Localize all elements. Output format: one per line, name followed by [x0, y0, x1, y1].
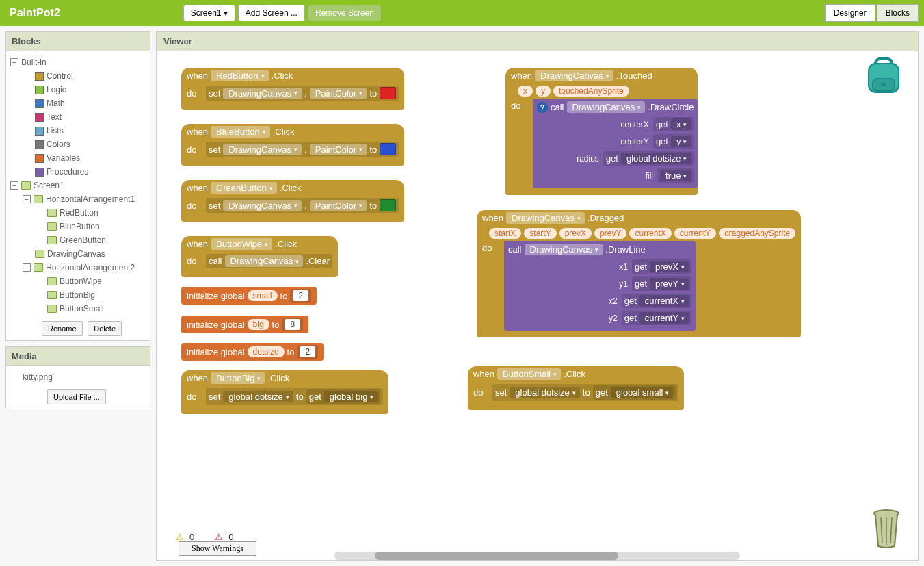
init-global-dotsize-block[interactable]: initialize global dotsize to 2 — [181, 343, 324, 361]
drawingcanvas-dropdown[interactable]: DrawingCanvas — [225, 255, 304, 267]
get-currenty-block[interactable]: getcurrentY — [622, 311, 691, 325]
cat-colors[interactable]: Colors — [47, 140, 70, 149]
cat-lists[interactable]: Lists — [47, 126, 64, 136]
delete-button[interactable]: Delete — [88, 321, 122, 336]
global-dotsize-dropdown[interactable]: global dotsize — [510, 387, 580, 398]
number-8-block[interactable]: 8 — [282, 318, 303, 331]
currenty-dropdown[interactable]: currentY — [639, 312, 689, 324]
add-screen-button[interactable]: Add Screen ... — [238, 5, 305, 21]
global-dotsize-dropdown[interactable]: global dotsize — [621, 153, 691, 164]
blocks-tab[interactable]: Blocks — [877, 4, 919, 22]
help-icon[interactable]: ? — [537, 102, 548, 113]
prevx-dropdown[interactable]: prevX — [650, 261, 689, 272]
buttonsmall-dropdown[interactable]: ButtonSmall — [497, 368, 561, 380]
param-draggedanysprite[interactable]: draggedAnySprite — [719, 228, 795, 239]
get-global-big-block[interactable]: get global big — [306, 389, 381, 404]
when-drawingcanvas-touched-block[interactable]: when DrawingCanvas .Touched x y touchedA… — [505, 68, 698, 195]
redbutton-dropdown[interactable]: RedButton — [211, 70, 268, 81]
param-currenty[interactable]: currentY — [674, 228, 716, 239]
cat-variables[interactable]: Variables — [47, 153, 80, 163]
color-blue-swatch[interactable] — [380, 143, 396, 155]
when-greenbutton-click-block[interactable]: when GreenButton .Click do set DrawingCa… — [181, 180, 404, 222]
when-buttonwipe-click-block[interactable]: when ButtonWipe .Click do call DrawingCa… — [181, 236, 338, 277]
init-global-small-block[interactable]: initialize global small to 2 — [181, 287, 317, 305]
param-x[interactable]: x — [518, 86, 533, 97]
number-2-block[interactable]: 2 — [290, 289, 311, 303]
small-node[interactable]: ButtonSmall — [60, 304, 104, 313]
ha1-node[interactable]: HorizontalArrangement1 — [46, 194, 135, 204]
buttonbig-dropdown[interactable]: ButtonBig — [211, 372, 265, 384]
set-dotsize-big-block[interactable]: set global dotsize to get global big — [206, 388, 383, 405]
call-drawline-block[interactable]: call DrawingCanvas .DrawLine x1 getprevX… — [504, 241, 696, 331]
designer-tab[interactable]: Designer — [825, 4, 875, 22]
param-startx[interactable]: startX — [489, 228, 521, 239]
when-buttonbig-click-block[interactable]: when ButtonBig .Click do set global dots… — [181, 370, 388, 414]
varname-big[interactable]: big — [248, 319, 269, 330]
cat-logic[interactable]: Logic — [47, 85, 66, 94]
cat-procedures[interactable]: Procedures — [47, 167, 88, 177]
drawingcanvas-dropdown[interactable]: DrawingCanvas — [567, 101, 646, 113]
drawingcanvas-dropdown[interactable]: DrawingCanvas — [525, 244, 603, 255]
set-paintcolor-blue-block[interactable]: set DrawingCanvas. PaintColor to — [206, 142, 399, 157]
builtin-toggle[interactable]: − — [10, 58, 18, 66]
blocks-canvas[interactable]: when RedButton .Click do set DrawingCanv… — [157, 51, 918, 560]
param-y[interactable]: y — [536, 86, 551, 97]
global-dotsize-dropdown[interactable]: global dotsize — [223, 391, 293, 402]
global-small-dropdown[interactable]: global small — [611, 387, 674, 398]
true-dropdown[interactable]: true — [660, 170, 691, 181]
param-touchedanysprite[interactable]: touchedAnySprite — [553, 86, 629, 97]
varname-dotsize[interactable]: dotsize — [248, 346, 285, 357]
get-prevy-block[interactable]: getprevY — [632, 276, 691, 291]
drawingcanvas-dropdown[interactable]: DrawingCanvas — [223, 200, 302, 211]
when-bluebutton-click-block[interactable]: when BlueButton .Click do set DrawingCan… — [181, 124, 404, 166]
x-dropdown[interactable]: x — [671, 118, 691, 130]
param-prevx[interactable]: prevX — [559, 228, 592, 239]
set-paintcolor-green-block[interactable]: set DrawingCanvas. PaintColor to — [206, 198, 399, 213]
ha2-toggle[interactable]: − — [23, 263, 31, 272]
media-file[interactable]: kitty.png — [23, 372, 53, 382]
set-paintcolor-red-block[interactable]: set DrawingCanvas. PaintColor to — [206, 86, 399, 101]
show-warnings-button[interactable]: Show Warnings — [179, 541, 256, 556]
param-starty[interactable]: startY — [524, 228, 556, 239]
get-x-block[interactable]: getx — [653, 117, 694, 131]
get-currentx-block[interactable]: getcurrentX — [622, 294, 691, 308]
get-prevx-block[interactable]: getprevX — [632, 259, 691, 274]
bluebutton-node[interactable]: BlueButton — [60, 222, 100, 231]
scrollbar-thumb[interactable] — [375, 552, 618, 560]
rename-button[interactable]: Rename — [42, 321, 83, 336]
get-y-block[interactable]: gety — [653, 134, 694, 149]
true-block[interactable]: true — [657, 168, 694, 183]
greenbutton-node[interactable]: GreenButton — [60, 235, 106, 245]
varname-small[interactable]: small — [248, 290, 278, 301]
cat-math[interactable]: Math — [47, 99, 65, 108]
when-redbutton-click-block[interactable]: when RedButton .Click do set DrawingCanv… — [181, 68, 404, 110]
call-clear-block[interactable]: call DrawingCanvas .Clear — [206, 254, 332, 268]
call-drawcircle-block[interactable]: ? call DrawingCanvas .DrawCircle centerX… — [533, 99, 698, 188]
trash-icon[interactable] — [871, 508, 901, 549]
screen1-toggle[interactable]: − — [10, 181, 18, 190]
cat-text[interactable]: Text — [47, 112, 62, 122]
global-big-dropdown[interactable]: global big — [324, 391, 378, 402]
wipe-node[interactable]: ButtonWipe — [60, 276, 102, 286]
ha2-node[interactable]: HorizontalArrangement2 — [46, 263, 135, 272]
builtin-label[interactable]: Built-in — [21, 57, 47, 67]
color-green-swatch[interactable] — [380, 199, 396, 211]
horizontal-scrollbar[interactable] — [334, 552, 740, 560]
init-global-big-block[interactable]: initialize global big to 8 — [181, 316, 308, 333]
big-node[interactable]: ButtonBig — [60, 290, 95, 300]
drawingcanvas-dropdown[interactable]: DrawingCanvas — [223, 88, 302, 99]
y-dropdown[interactable]: y — [671, 136, 691, 147]
cat-control[interactable]: Control — [47, 71, 73, 81]
param-currentx[interactable]: currentX — [629, 228, 671, 239]
remove-screen-button[interactable]: Remove Screen — [308, 5, 382, 21]
get-global-dotsize-block[interactable]: getglobal dotsize — [603, 151, 694, 166]
paintcolor-dropdown[interactable]: PaintColor — [310, 144, 367, 155]
when-drawingcanvas-dragged-block[interactable]: when DrawingCanvas .Dragged startX start… — [477, 210, 801, 337]
get-global-small-block[interactable]: get global small — [593, 385, 676, 400]
buttonwipe-dropdown[interactable]: ButtonWipe — [211, 238, 272, 250]
paintcolor-dropdown[interactable]: PaintColor — [310, 200, 367, 211]
backpack-icon[interactable] — [863, 55, 904, 97]
set-dotsize-small-block[interactable]: set global dotsize to get global small — [492, 384, 678, 401]
prevy-dropdown[interactable]: prevY — [650, 278, 689, 290]
ha1-toggle[interactable]: − — [23, 195, 31, 203]
